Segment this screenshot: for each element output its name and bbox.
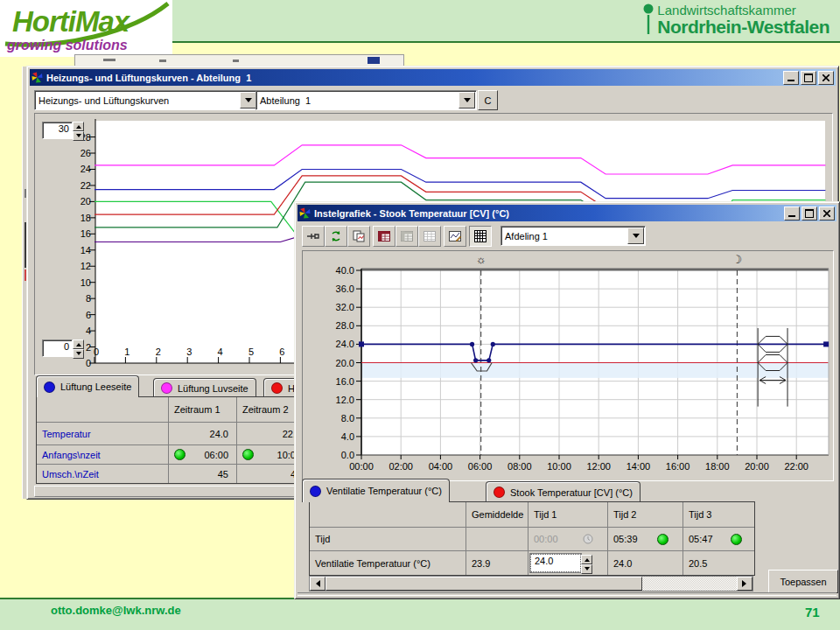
cell-value: 00:00 — [534, 534, 558, 544]
svg-text:12.0: 12.0 — [336, 395, 354, 405]
svg-text:02:00: 02:00 — [388, 461, 413, 472]
svg-text:2: 2 — [156, 346, 161, 357]
table-cell[interactable]: 24.0 — [169, 423, 236, 444]
svg-text:16.0: 16.0 — [336, 376, 354, 387]
window1-maximize-button[interactable] — [801, 71, 816, 85]
window2-titlebar[interactable]: Instelgrafiek - Stook Temperatuur [CV] (… — [298, 205, 836, 221]
tab-lueftung-leeseite[interactable]: Lüftung Leeseite — [36, 375, 139, 397]
chevron-down-icon[interactable] — [627, 228, 644, 244]
svg-text:22: 22 — [80, 180, 91, 191]
spin-up-icon[interactable] — [73, 122, 84, 131]
window2-close-button[interactable] — [819, 206, 835, 220]
spin-up-icon[interactable] — [73, 340, 84, 349]
setpoint-value[interactable]: 24.0 — [530, 554, 581, 572]
table-horizontal-scrollbar[interactable] — [309, 576, 753, 592]
abteilung-combobox[interactable]: Abteilung 1 — [256, 90, 477, 110]
pin-icon[interactable] — [302, 226, 325, 247]
grid-icon[interactable] — [469, 226, 492, 247]
c-button[interactable]: C — [478, 90, 498, 110]
cell-value: 06:00 — [204, 450, 231, 460]
scrollbar-thumb[interactable] — [326, 577, 642, 591]
window2-title: Instelgrafiek - Stook Temperatuur [CV] (… — [314, 208, 509, 219]
spin-up-icon[interactable] — [581, 555, 592, 564]
svg-text:8: 8 — [86, 293, 91, 304]
clock-icon — [583, 534, 593, 544]
spin-down-icon[interactable] — [73, 349, 84, 359]
table-cell[interactable]: 24.0 — [608, 551, 682, 575]
window2-minimize-button[interactable] — [784, 206, 800, 220]
spin-down-icon[interactable] — [73, 131, 84, 141]
toepassen-button[interactable]: Toepassen — [768, 570, 838, 593]
organization-name-line1: Landwirtschaftskammer — [657, 4, 830, 18]
status-dot-icon — [657, 534, 668, 545]
tab-label: Lüftung Luvseite — [178, 383, 248, 394]
row-label: Ventilatie Temperatuur (°C) — [310, 551, 466, 575]
copy-pages-icon[interactable] — [347, 226, 370, 247]
svg-text:24: 24 — [80, 164, 91, 174]
chart-edit-icon[interactable] — [444, 226, 466, 247]
row-label: Tijd — [310, 528, 466, 550]
table-grid-icon[interactable] — [418, 226, 441, 247]
window1-close-button[interactable] — [818, 71, 834, 85]
table-cell[interactable]: 20.5 — [683, 551, 754, 575]
table-cell[interactable]: 06:00 — [169, 445, 236, 464]
close-icon — [823, 210, 830, 217]
tab-label: Ventilatie Temperatuur (°C) — [326, 486, 442, 496]
y-max-spinner[interactable]: 30 — [42, 122, 84, 139]
svg-text:18:00: 18:00 — [705, 461, 730, 472]
svg-text:4: 4 — [218, 346, 223, 357]
svg-text:24.0: 24.0 — [336, 339, 354, 349]
svg-text:0: 0 — [86, 358, 91, 368]
afdeling-combobox[interactable]: Afdeling 1 — [500, 226, 646, 246]
y-min-spinner[interactable]: 0 — [42, 340, 84, 357]
tab-dot-icon — [494, 486, 505, 498]
svg-text:0.0: 0.0 — [341, 450, 354, 460]
window1-title: Heizungs- und Lüftungskurven - Abteilung… — [46, 73, 251, 83]
tab-stook-temperatuur[interactable]: Stook Temperatuur [CV] (°C) — [486, 481, 640, 502]
table-insert-icon[interactable] — [396, 226, 418, 247]
organization-mark-icon — [643, 4, 654, 35]
table-cell[interactable]: 00:00 — [528, 528, 607, 550]
svg-text:16:00: 16:00 — [666, 461, 690, 472]
svg-text:6: 6 — [279, 346, 284, 357]
svg-text:☼: ☼ — [476, 253, 486, 266]
tab-ventilatie-temperatuur[interactable]: Ventilatie Temperatuur (°C) — [302, 479, 450, 502]
svg-text:10:00: 10:00 — [547, 461, 571, 472]
setpoint-spinner[interactable]: 24.0 — [530, 554, 592, 572]
table-cell[interactable]: 05:39 — [608, 528, 682, 550]
hortimax-logo: HortiMax growing solutions — [0, 0, 172, 57]
chevron-down-icon[interactable] — [240, 92, 256, 108]
tab-lueftung-luvseite[interactable]: Lüftung Luvseite — [153, 378, 256, 397]
row-label: Temperatur — [37, 423, 168, 444]
spin-down-icon[interactable] — [581, 564, 592, 574]
abteilung-value: Abteilung 1 — [260, 95, 311, 106]
table-red-icon[interactable] — [373, 226, 396, 247]
tab-label: Stook Temperatuur [CV] (°C) — [510, 487, 633, 498]
status-dot-icon — [242, 449, 254, 460]
svg-text:8.0: 8.0 — [341, 413, 354, 424]
refresh-icon[interactable] — [325, 226, 347, 247]
tab-dot-icon — [44, 382, 55, 393]
cell-value: 05:39 — [613, 534, 638, 544]
window1-minimize-button[interactable] — [783, 71, 799, 85]
window1-titlebar[interactable]: Heizungs- und Lüftungskurven - Abteilung… — [30, 69, 836, 86]
svg-text:4.0: 4.0 — [341, 431, 354, 442]
svg-text:10: 10 — [80, 277, 91, 288]
table-corner-cell — [37, 397, 168, 422]
scroll-left-icon[interactable] — [310, 577, 326, 591]
curve-type-combobox[interactable]: Heizungs- und Lüftungskurven — [34, 90, 258, 110]
window2-maximize-button[interactable] — [802, 206, 817, 220]
y-max-value[interactable]: 30 — [42, 122, 73, 139]
chevron-down-icon[interactable] — [458, 92, 475, 108]
y-min-value[interactable]: 0 — [42, 340, 73, 357]
svg-text:26: 26 — [80, 148, 91, 158]
window2-app-icon — [299, 207, 311, 219]
table-cell[interactable]: 45 — [169, 465, 236, 483]
scroll-right-icon[interactable] — [737, 577, 752, 591]
instel-chart[interactable]: 0.04.08.012.016.020.024.028.032.036.040.… — [303, 251, 831, 479]
table-cell[interactable]: 05:47 — [683, 528, 754, 550]
svg-text:20: 20 — [80, 196, 91, 206]
svg-text:32.0: 32.0 — [336, 302, 354, 312]
svg-text:18: 18 — [80, 213, 91, 223]
table-cell: 23.9 — [466, 551, 528, 575]
